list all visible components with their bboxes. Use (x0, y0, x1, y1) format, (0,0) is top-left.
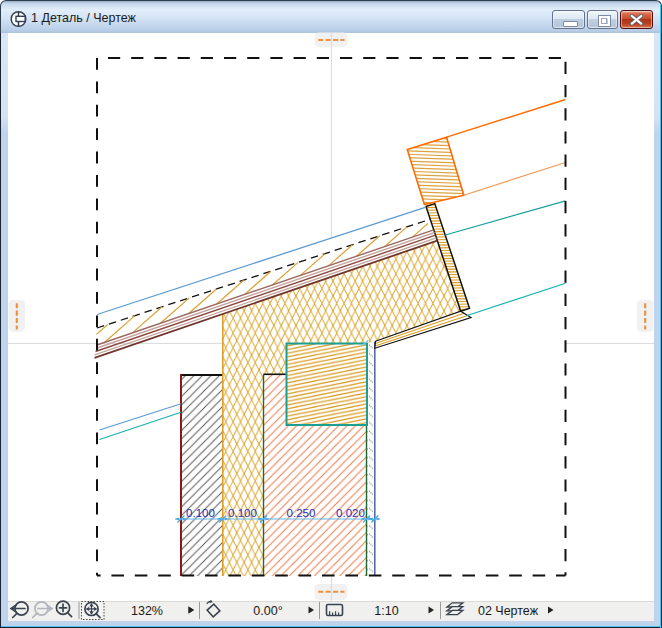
svg-text:0.250: 0.250 (287, 507, 316, 519)
svg-text:0.100: 0.100 (186, 507, 215, 519)
svg-text:0.00°: 0.00° (253, 604, 282, 618)
svg-text:132%: 132% (131, 604, 163, 618)
svg-text:0.100: 0.100 (228, 507, 257, 519)
svg-text:1:10: 1:10 (374, 604, 398, 618)
svg-text:0.020: 0.020 (336, 507, 365, 519)
svg-text:02 Чертеж: 02 Чертеж (478, 604, 539, 618)
